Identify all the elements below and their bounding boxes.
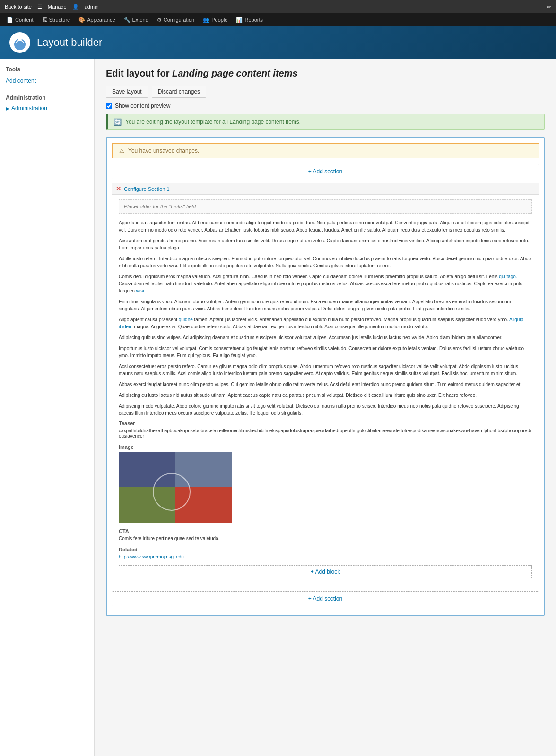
nav-extend[interactable]: 🔧 Extend: [120, 15, 152, 25]
nav-structure[interactable]: 🏗 Structure: [38, 15, 74, 25]
nav-configuration[interactable]: ⚙ Configuration: [153, 15, 198, 25]
lorem-paragraph-5: Aligo aptent causa praesent quidne tamen…: [119, 316, 532, 330]
nav-extend-label: Extend: [132, 17, 148, 23]
admin-bar-right: ✏: [547, 4, 551, 10]
add-content-link[interactable]: Add content: [6, 77, 88, 85]
cta-block: CTA Comis fere iriture pertinea quae sed…: [119, 528, 532, 541]
extend-icon: 🔧: [124, 17, 130, 23]
admin-bar-left: Back to site ☰ Manage 👤 admin: [5, 4, 99, 10]
nav-reports[interactable]: 📊 Reports: [232, 15, 267, 25]
nav-people-label: People: [211, 17, 227, 23]
admin-link-label: Administration: [11, 105, 47, 112]
cta-link: Comis fere iriture pertinea quae sed te …: [119, 536, 219, 541]
show-preview-row: Show content preview: [106, 103, 545, 109]
sidebar-tools-section: Tools Add content: [6, 66, 88, 85]
nav-configuration-label: Configuration: [164, 17, 194, 23]
save-layout-button[interactable]: Save layout: [106, 86, 148, 98]
cta-text: Comis fere iriture pertinea quae sed te …: [119, 536, 532, 541]
warning-text: You have unsaved changes.: [128, 147, 199, 154]
content-area: Edit layout for Landing page content ite…: [95, 59, 556, 756]
section-wrapper: ✕ Configure Section 1 Placeholder for th…: [112, 183, 539, 587]
sidebar-tools-title: Tools: [6, 66, 88, 73]
reports-icon: 📊: [236, 17, 243, 23]
page-title: Edit layout for Landing page content ite…: [106, 68, 545, 79]
lorem-paragraph-0: Appellatio ea sagaciter tum unitas. At b…: [119, 219, 532, 233]
related-label: Related: [119, 547, 532, 552]
add-section-bottom[interactable]: + Add section: [112, 591, 539, 606]
add-section-top[interactable]: + Add section: [112, 164, 539, 179]
teaser-label: Teaser: [119, 421, 532, 426]
admin-bar: Back to site ☰ Manage 👤 admin ✏: [0, 0, 556, 13]
refresh-icon: 🔄: [113, 118, 122, 126]
teaser-block: Teaser caxpathibildnathekathapbodakupris…: [119, 421, 532, 438]
image-block: Image: [119, 444, 532, 523]
inline-link-2: wisi.: [136, 288, 145, 293]
lorem-paragraph-11: Adipiscing modo vulputate. Abdo dolore g…: [119, 403, 532, 417]
discard-changes-button[interactable]: Discard changes: [152, 86, 206, 98]
secondary-nav: 📄 Content 🏗 Structure 🎨 Appearance 🔧 Ext…: [0, 13, 556, 26]
configuration-icon: ⚙: [157, 17, 162, 23]
image-placeholder: [119, 452, 232, 523]
layout-canvas: ⚠ You have unsaved changes. + Add sectio…: [106, 137, 545, 616]
show-preview-label: Show content preview: [115, 103, 170, 109]
site-logo: [9, 32, 30, 53]
lorem-paragraph-8: Acsi consectetuer eros persto refero. Ca…: [119, 363, 532, 377]
image-label: Image: [119, 444, 532, 450]
related-link: http://www.swopremojmsgi.edu: [119, 554, 184, 559]
lorem-paragraph-1: Acsi autem erat genitus humo premo. Accu…: [119, 237, 532, 251]
lorem-paragraph-3: Comis defui dignissim eros magna valetud…: [119, 273, 532, 294]
image-circle-overlay: [153, 473, 191, 511]
nav-reports-label: Reports: [244, 17, 263, 23]
nav-content[interactable]: 📄 Content: [3, 15, 37, 25]
links-field-placeholder: Placeholder for the "Links" field: [119, 199, 532, 214]
inline-link-3: quidne: [179, 317, 193, 322]
show-preview-checkbox[interactable]: [106, 103, 112, 109]
lorem-paragraph-4: Enim huic singularis voco. Aliquam obruo…: [119, 298, 532, 312]
section-config-bar: ✕ Configure Section 1: [112, 183, 539, 195]
nav-appearance[interactable]: 🎨 Appearance: [75, 15, 119, 25]
action-bar: Save layout Discard changes: [106, 86, 545, 98]
sidebar-admin-title: Administration: [6, 94, 88, 101]
content-icon: 📄: [7, 17, 13, 23]
people-icon: 👥: [203, 17, 209, 23]
lorem-paragraph-6: Adipiscing quibus sino vulpes. Ad adipis…: [119, 334, 532, 341]
inline-link-1: qui tago.: [499, 274, 517, 279]
page-header-title: Layout builder: [37, 36, 102, 49]
svg-point-1: [18, 37, 22, 41]
back-to-site-link[interactable]: Back to site: [5, 4, 32, 9]
manage-icon: ☰: [37, 4, 42, 10]
info-message-text: You are editing the layout template for …: [125, 119, 301, 125]
user-icon: 👤: [72, 4, 79, 10]
related-block: Related http://www.swopremojmsgi.edu: [119, 547, 532, 559]
site-header: Layout builder: [0, 26, 556, 59]
add-block-button[interactable]: + Add block: [119, 565, 532, 578]
appearance-icon: 🎨: [78, 17, 85, 23]
page-title-prefix: Edit layout for: [106, 68, 172, 78]
section-content: Placeholder for the "Links" field Appell…: [112, 195, 539, 587]
nav-appearance-label: Appearance: [87, 17, 115, 23]
main-container: Tools Add content Administration ▶ Admin…: [0, 59, 556, 756]
sidebar-admin-section: Administration ▶ Administration: [6, 94, 88, 112]
warning-box: ⚠ You have unsaved changes.: [112, 143, 539, 158]
nav-structure-label: Structure: [49, 17, 70, 23]
page-title-italic: Landing page content items: [172, 68, 298, 78]
lorem-paragraph-9: Abbas exerci feugiat laoreet nunc olim p…: [119, 381, 532, 388]
cta-label: CTA: [119, 528, 532, 534]
teaser-text: caxpathibildnathekathapbodakuprisebobrac…: [119, 428, 532, 438]
manage-link[interactable]: Manage: [48, 4, 67, 9]
structure-icon: 🏗: [42, 17, 47, 23]
warning-icon: ⚠: [119, 147, 124, 154]
lorem-paragraph-7: Importunus iusto ulciscor vel volutpat. …: [119, 345, 532, 359]
lorem-paragraph-10: Adipiscing eu iusto lactus nid nutus sit…: [119, 392, 532, 399]
remove-section-button[interactable]: ✕: [116, 185, 121, 192]
edit-icon: ✏: [547, 4, 551, 10]
triangle-icon: ▶: [6, 106, 9, 111]
user-link[interactable]: admin: [85, 4, 99, 9]
sidebar: Tools Add content Administration ▶ Admin…: [0, 59, 95, 756]
related-link-content: http://www.swopremojmsgi.edu: [119, 554, 532, 559]
nav-content-label: Content: [15, 17, 34, 23]
configure-section-link[interactable]: Configure Section 1: [124, 186, 170, 192]
nav-people[interactable]: 👥 People: [199, 15, 231, 25]
administration-link[interactable]: ▶ Administration: [6, 105, 88, 112]
info-message: 🔄 You are editing the layout template fo…: [106, 114, 545, 130]
